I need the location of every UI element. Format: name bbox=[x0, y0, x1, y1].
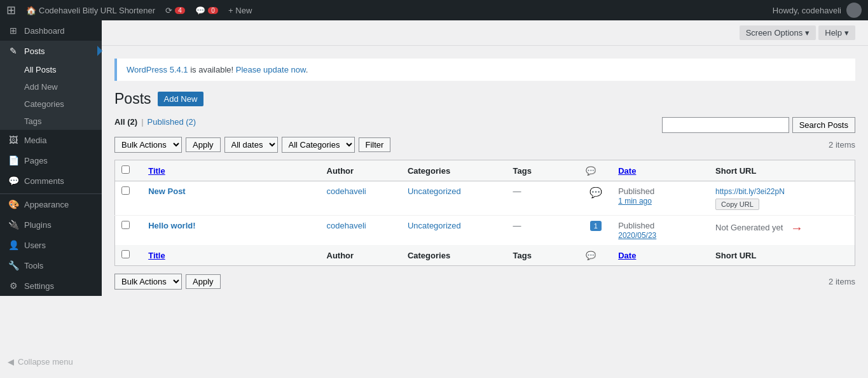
sidebar-item-plugins[interactable]: 🔌 Plugins bbox=[0, 214, 102, 235]
sidebar-item-media[interactable]: 🖼 Media bbox=[0, 130, 102, 150]
row1-author-link[interactable]: codehaveli bbox=[327, 186, 366, 196]
date-filter-select[interactable]: All dates bbox=[224, 137, 278, 153]
tools-icon: 🔧 bbox=[8, 260, 19, 270]
tfoot-title[interactable]: Title bbox=[142, 245, 320, 266]
screen-options-button[interactable]: Screen Options ▾ bbox=[740, 25, 816, 40]
row1-date-time-link[interactable]: 1 min ago bbox=[618, 197, 652, 206]
th-title[interactable]: Title bbox=[142, 160, 320, 181]
select-all-top-checkbox[interactable] bbox=[121, 165, 130, 174]
sidebar-item-posts[interactable]: ✎ Posts bbox=[0, 41, 102, 61]
date-sort-link[interactable]: Date bbox=[618, 166, 636, 176]
row2-date: Published 2020/05/23 bbox=[612, 216, 709, 246]
adminbar-site-name[interactable]: 🏠 Codehaveli Bitly URL Shortener bbox=[26, 6, 155, 15]
submenu-tags[interactable]: Tags bbox=[0, 113, 102, 130]
sidebar-item-pages[interactable]: 📄 Pages bbox=[0, 150, 102, 171]
help-button[interactable]: Help ▾ bbox=[818, 25, 855, 40]
comments-icon: 💬 bbox=[8, 176, 19, 186]
adminbar-comments[interactable]: 💬 0 bbox=[195, 6, 218, 15]
th-check bbox=[115, 160, 142, 181]
filter-all-link[interactable]: All (2) bbox=[114, 117, 137, 127]
adminbar-updates[interactable]: ⟳ 4 bbox=[165, 6, 185, 15]
add-new-button[interactable]: Add New bbox=[158, 92, 204, 106]
wp-logo-icon[interactable]: ⊞ bbox=[6, 3, 16, 17]
row2-date-time-link[interactable]: 2020/05/23 bbox=[618, 231, 656, 240]
row2-category: Uncategorized bbox=[401, 216, 507, 246]
row2-title-cell: Hello world! bbox=[142, 216, 320, 246]
tfoot-check bbox=[115, 245, 142, 266]
sidebar-item-label: Settings bbox=[24, 281, 54, 291]
row2-check bbox=[115, 216, 142, 246]
th-comments: 💬 bbox=[579, 160, 612, 181]
category-filter-select[interactable]: All Categories bbox=[282, 137, 355, 153]
red-arrow-indicator: → bbox=[790, 221, 803, 235]
row1-checkbox[interactable] bbox=[121, 186, 130, 195]
tablenav-bottom: Bulk Actions Apply 2 items bbox=[114, 270, 855, 293]
sidebar-item-comments[interactable]: 💬 Comments bbox=[0, 171, 102, 191]
row1-tags: — bbox=[507, 181, 580, 216]
sidebar-item-label: Dashboard bbox=[24, 26, 65, 36]
th-short-url: Short URL bbox=[709, 160, 855, 181]
filter-button[interactable]: Filter bbox=[359, 137, 391, 152]
row2-author-link[interactable]: codehaveli bbox=[327, 221, 366, 230]
tfoot-author: Author bbox=[320, 245, 401, 266]
update-notice-link1[interactable]: WordPress 5.4.1 bbox=[127, 65, 188, 74]
tfoot-title-sort-link[interactable]: Title bbox=[148, 251, 165, 260]
submenu-add-new[interactable]: Add New bbox=[0, 78, 102, 95]
search-area: Search Posts bbox=[662, 117, 855, 133]
search-input[interactable] bbox=[662, 117, 789, 133]
settings-icon: ⚙ bbox=[8, 281, 19, 291]
adminbar-new[interactable]: + New bbox=[228, 6, 252, 15]
row2-checkbox[interactable] bbox=[121, 221, 130, 229]
sidebar-item-appearance[interactable]: 🎨 Appearance bbox=[0, 194, 102, 214]
row2-author: codehaveli bbox=[320, 216, 401, 246]
apply-bottom-button[interactable]: Apply bbox=[186, 274, 221, 289]
submenu-categories[interactable]: Categories bbox=[0, 95, 102, 113]
update-notice: WordPress 5.4.1 is available! Please upd… bbox=[114, 59, 855, 81]
home-icon: 🏠 bbox=[26, 6, 36, 15]
sidebar-item-settings[interactable]: ⚙ Settings bbox=[0, 276, 102, 296]
row1-comment-icon: 💬 bbox=[589, 187, 602, 198]
tfoot-date-sort-link[interactable]: Date bbox=[618, 251, 636, 260]
tfoot-comments-icon: 💬 bbox=[586, 251, 596, 260]
row1-date: Published 1 min ago bbox=[612, 181, 709, 216]
title-sort-link[interactable]: Title bbox=[148, 166, 165, 176]
collapse-menu[interactable]: ◀ Collapse menu bbox=[0, 352, 102, 372]
filter-published-link[interactable]: Published (2) bbox=[148, 117, 196, 127]
dashboard-icon: ⊞ bbox=[8, 25, 19, 36]
bulk-actions-top-select[interactable]: Bulk Actions bbox=[114, 137, 182, 153]
subsubsub: All (2) | Published (2) bbox=[114, 117, 662, 127]
apply-top-button[interactable]: Apply bbox=[186, 137, 221, 152]
screen-options-bar: Screen Options ▾ Help ▾ bbox=[102, 20, 868, 46]
sidebar-item-tools[interactable]: 🔧 Tools bbox=[0, 255, 102, 276]
row1-author: codehaveli bbox=[320, 181, 401, 216]
th-categories: Categories bbox=[401, 160, 507, 181]
select-all-bottom-checkbox[interactable] bbox=[121, 250, 130, 258]
plugins-icon: 🔌 bbox=[8, 220, 19, 230]
row1-cat-link[interactable]: Uncategorized bbox=[408, 186, 461, 196]
tfoot-comments: 💬 bbox=[579, 245, 612, 266]
items-count-top: 2 items bbox=[829, 140, 855, 150]
sidebar-item-label: Plugins bbox=[24, 220, 52, 230]
row2-comments: 1 bbox=[579, 216, 612, 246]
tfoot-tags: Tags bbox=[507, 245, 580, 266]
update-notice-link2[interactable]: Please update now bbox=[236, 65, 306, 74]
sidebar-item-label: Media bbox=[24, 136, 46, 145]
users-icon: 👤 bbox=[8, 240, 19, 250]
posts-list: New Post codehaveli Uncategorized — 💬 bbox=[115, 181, 855, 246]
row1-copy-url-button[interactable]: Copy URL bbox=[715, 199, 759, 210]
comments-column-icon: 💬 bbox=[586, 166, 596, 176]
screen-options-arrow-icon: ▾ bbox=[805, 28, 809, 38]
th-tags: Tags bbox=[507, 160, 580, 181]
search-posts-button[interactable]: Search Posts bbox=[792, 117, 855, 133]
row1-title-link[interactable]: New Post bbox=[148, 186, 186, 196]
tfoot-date[interactable]: Date bbox=[612, 245, 709, 266]
bulk-actions-bottom-select[interactable]: Bulk Actions bbox=[114, 274, 182, 290]
row2-cat-link[interactable]: Uncategorized bbox=[408, 221, 461, 230]
sidebar-item-users[interactable]: 👤 Users bbox=[0, 235, 102, 255]
submenu-all-posts[interactable]: All Posts bbox=[0, 61, 102, 78]
table-row: New Post codehaveli Uncategorized — 💬 bbox=[115, 181, 855, 216]
row1-short-url-link[interactable]: https://bit.ly/3ei22pN bbox=[715, 187, 785, 196]
sidebar-item-dashboard[interactable]: ⊞ Dashboard bbox=[0, 20, 102, 41]
th-date[interactable]: Date bbox=[612, 160, 709, 181]
row2-title-link[interactable]: Hello world! bbox=[148, 221, 195, 230]
